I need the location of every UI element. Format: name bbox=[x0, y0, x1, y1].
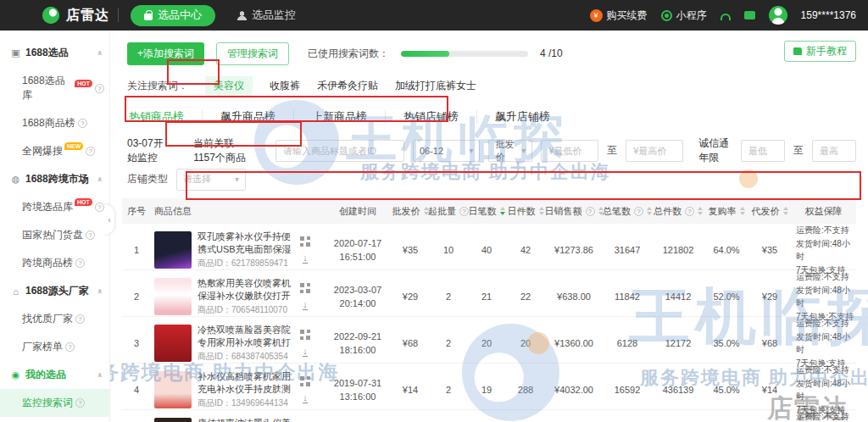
moq-cell: 10 bbox=[430, 245, 467, 255]
total-items-cell: 436139 bbox=[652, 385, 704, 395]
sidebar-section-factory[interactable]: ⌂ 1688源头厂家 bbox=[0, 277, 109, 305]
help-icon[interactable] bbox=[586, 207, 595, 216]
moq-cell: 2 bbox=[430, 385, 467, 395]
sidebar-item-1688-product-rank[interactable]: 1688商品榜 bbox=[0, 109, 109, 137]
sidebar-section-my-selection[interactable]: ◉ 我的选品 bbox=[0, 361, 109, 389]
tab-hot-products[interactable]: 热销商品榜 bbox=[127, 110, 203, 124]
product-image[interactable] bbox=[154, 325, 192, 362]
keyword-dadiku[interactable]: 加绒打打底裤女士 bbox=[395, 79, 476, 93]
product-title[interactable]: 康佳超声波洁黑头仪美容仪器家用脸部粉刺毛孔清洁护皮机器礼物品 bbox=[198, 417, 292, 422]
credit-max-input[interactable] bbox=[812, 140, 856, 162]
total-items-cell: 121802 bbox=[652, 245, 704, 255]
price-cell: ¥68 bbox=[391, 338, 430, 348]
tab-hot-shops[interactable]: 热销店铺榜 bbox=[386, 110, 477, 124]
dropship-cell: ¥14 bbox=[748, 385, 791, 395]
product-title[interactable]: 热敷家用美容仪喷雾机保湿补水仪嫩肤仪打开毛孔热喷仪器补水仪器 bbox=[198, 277, 292, 303]
sidebar-item-favorites[interactable]: 我的收藏 bbox=[0, 417, 109, 422]
col-price[interactable]: 批发价 bbox=[391, 205, 430, 218]
sidebar-item-1688-pool[interactable]: 1688选品库 HOT bbox=[0, 67, 109, 109]
product-title[interactable]: 双孔喷雾补水仪手持便携式USB充电面部保湿美容仪迷你冷喷加湿器 bbox=[198, 230, 292, 256]
date-range-value: 06-12 bbox=[420, 146, 443, 156]
keyword-jiuliaotie[interactable]: 禾伊希灸疗贴 bbox=[317, 79, 378, 93]
manage-keyword-button[interactable]: 管理搜索词 bbox=[216, 42, 289, 65]
brand: 店雷达 bbox=[0, 7, 109, 25]
row-index: 1 bbox=[122, 245, 151, 255]
qrcode-icon[interactable] bbox=[300, 376, 310, 386]
keyword-meirongyi[interactable]: 美容仪 bbox=[205, 76, 253, 96]
credit-min-input[interactable] bbox=[741, 140, 785, 162]
download-icon[interactable] bbox=[303, 300, 308, 310]
price-min-input[interactable] bbox=[541, 140, 598, 162]
tutorial-button[interactable]: 新手教程 bbox=[784, 41, 856, 62]
main-content: +添加搜索词 管理搜索词 已使用搜索词数： 4 /10 新手教程 关注搜索词： … bbox=[110, 31, 868, 422]
product-image[interactable] bbox=[154, 371, 192, 408]
help-icon[interactable] bbox=[634, 207, 643, 216]
avatar[interactable] bbox=[769, 6, 787, 25]
new-badge: NEW bbox=[64, 142, 83, 150]
product-title[interactable]: 冷热双喷蒸脸器美容院专用家用补水喷雾机打开毛孔保湿热喷蒸脸仪 bbox=[198, 324, 292, 349]
col-day-orders[interactable]: 日笔数 bbox=[467, 205, 506, 218]
total-orders-cell: 31647 bbox=[603, 245, 652, 255]
col-total-items[interactable]: 总件数 bbox=[652, 205, 704, 218]
col-total-orders[interactable]: 总笔数 bbox=[603, 205, 652, 218]
col-label: 复购率 bbox=[709, 205, 737, 218]
price-metric-select[interactable]: 批发价 bbox=[488, 140, 532, 162]
col-day-items[interactable]: 日件数 bbox=[506, 205, 545, 218]
keyword-shoufuku[interactable]: 收腹裤 bbox=[270, 79, 300, 93]
add-keyword-button[interactable]: +添加搜索词 bbox=[127, 42, 204, 65]
shop-type-label: 店铺类型 bbox=[127, 172, 168, 186]
total-orders-cell: 6128 bbox=[603, 338, 652, 348]
col-day-sales[interactable]: 日销售额 bbox=[545, 205, 603, 218]
sidebar-item-monitor-keywords[interactable]: 监控搜索词 bbox=[0, 389, 109, 417]
help-icon bbox=[75, 398, 85, 408]
hot-badge: HOT bbox=[75, 198, 92, 206]
tab-new-products[interactable]: 上新商品榜 bbox=[294, 110, 386, 124]
tab-rising-products[interactable]: 飙升商品榜 bbox=[203, 110, 294, 124]
product-image[interactable] bbox=[154, 418, 192, 422]
product-title[interactable]: 补水仪高档喷雾机家用充电补水仪手持皮肤测试美容仪加湿器非纳米 bbox=[198, 370, 292, 396]
nav-selection-monitor-label: 选品监控 bbox=[252, 8, 296, 23]
nav-selection-center[interactable]: 选品中心 bbox=[131, 5, 215, 26]
price-max-input[interactable] bbox=[626, 140, 683, 162]
sort-icon bbox=[783, 207, 788, 215]
tab-rising-shops[interactable]: 飙升店铺榜 bbox=[477, 110, 568, 124]
sidebar-item-crossborder-pool[interactable]: 跨境选品库 HOT bbox=[0, 193, 109, 221]
sort-icon bbox=[539, 207, 544, 215]
renew-button[interactable]: 购买续费 bbox=[590, 8, 648, 23]
product-image[interactable] bbox=[154, 231, 192, 269]
miniapp-button[interactable]: 小程序 bbox=[661, 8, 707, 23]
miniapp-icon bbox=[661, 10, 672, 21]
search-input[interactable] bbox=[275, 140, 404, 162]
nav-selection-monitor[interactable]: 选品监控 bbox=[237, 8, 296, 23]
products-table: 序号 商品信息 创建时间 批发价 起批量 日笔数 日件数 bbox=[122, 198, 856, 422]
qrcode-icon[interactable] bbox=[300, 283, 310, 293]
help-icon[interactable] bbox=[685, 207, 694, 216]
sidebar-section-1688-selection[interactable]: ▣ 1688选品 bbox=[0, 39, 109, 67]
sidebar-item-crossborder-rank[interactable]: 跨境商品榜 bbox=[0, 249, 109, 277]
total-orders-cell: 11842 bbox=[603, 292, 652, 302]
sidebar-item-factory-rank[interactable]: 厂家榜单 bbox=[0, 333, 109, 361]
repurchase-cell: 45.0% bbox=[704, 385, 748, 395]
col-dropship[interactable]: 代发价 bbox=[748, 205, 791, 218]
sidebar-section-crossborder[interactable]: ◍ 1688跨境市场 bbox=[0, 165, 109, 193]
renew-icon bbox=[590, 9, 603, 22]
tutorial-label: 新手教程 bbox=[806, 44, 847, 58]
qrcode-icon[interactable] bbox=[300, 330, 310, 340]
qrcode-icon[interactable] bbox=[300, 236, 310, 247]
sidebar-item-hot-search[interactable]: 全网爆搜 NEW bbox=[0, 137, 109, 165]
date-range-select[interactable]: 06-12 bbox=[413, 140, 481, 162]
col-repurchase[interactable]: 复购率 bbox=[704, 205, 748, 218]
sidebar-item-country-goods[interactable]: 国家热门货盘 bbox=[0, 221, 109, 249]
product-image[interactable] bbox=[154, 278, 192, 315]
credit-years-label: 诚信通年限 bbox=[698, 136, 732, 165]
shop-type-select[interactable]: 请选择 bbox=[176, 169, 246, 191]
download-icon[interactable] bbox=[303, 393, 308, 403]
col-label: 总件数 bbox=[654, 205, 682, 218]
headset-icon[interactable] bbox=[721, 14, 731, 20]
table-row: 2 热敷家用美容仪喷雾机保湿补水仪嫩肤仪打开毛孔热喷仪器补水仪器 商品ID：70… bbox=[122, 270, 856, 317]
download-icon[interactable] bbox=[303, 253, 308, 264]
download-icon[interactable] bbox=[303, 347, 308, 357]
message-icon[interactable] bbox=[744, 11, 755, 19]
day-orders-cell: 19 bbox=[467, 385, 506, 395]
sidebar-item-find-factory[interactable]: 找优质厂家 bbox=[0, 305, 109, 333]
